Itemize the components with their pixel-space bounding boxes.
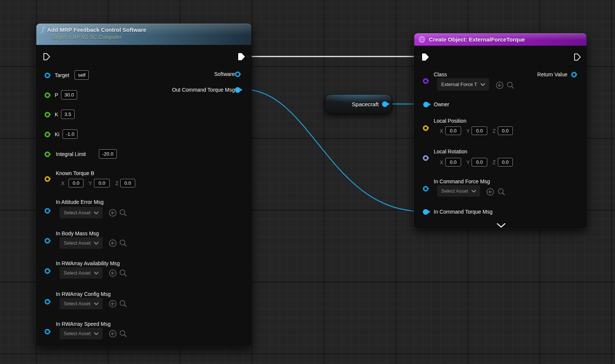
exec-out-pin[interactable]: [238, 53, 245, 61]
return-value-pin[interactable]: [571, 72, 577, 77]
class-pin[interactable]: [423, 78, 428, 84]
use-selected-asset-icon[interactable]: [486, 188, 494, 196]
axis-x-label: X: [440, 159, 443, 165]
local-position-pin-label: Local Position: [434, 118, 466, 124]
node-add-mrp-feedback-control-software[interactable]: ƒ Add MRP Feedback Control Software Targ…: [36, 23, 252, 346]
class-pin-label: Class: [434, 71, 447, 77]
browse-asset-icon[interactable]: [506, 81, 515, 89]
in-attitude-error-select-asset-dropdown[interactable]: Select Asset: [60, 207, 103, 218]
in-body-mass-select-asset-dropdown[interactable]: Select Asset: [60, 237, 103, 249]
in-attitude-error-msg-pin[interactable]: [45, 208, 50, 214]
spacecraft-output-pin[interactable]: [382, 101, 388, 107]
target-value-field[interactable]: self: [75, 70, 89, 80]
exec-out-pin[interactable]: [574, 53, 581, 61]
axis-y-label: Y: [466, 159, 470, 165]
browse-asset-icon[interactable]: [119, 300, 127, 308]
node-subtitle: Target is BP NS SC Computer: [51, 34, 246, 40]
node-header[interactable]: ƒ Add MRP Feedback Control Software Targ…: [36, 24, 251, 45]
local-rotation-z-field[interactable]: 0.0: [498, 158, 513, 166]
k-value-field[interactable]: 3.5: [61, 110, 75, 119]
local-position-y-field[interactable]: 0.0: [472, 126, 487, 135]
in-command-torque-msg-pin[interactable]: [423, 209, 428, 215]
use-selected-asset-icon[interactable]: [109, 209, 117, 217]
known-torque-x-field[interactable]: 0.0: [69, 179, 84, 187]
in-rwarray-availability-msg-pin-label: In RWArray Availability Msg: [56, 260, 120, 266]
out-command-torque-pin[interactable]: [235, 87, 240, 93]
select-asset-label: Select Asset: [64, 240, 91, 246]
node-create-object-external-force-torque[interactable]: Create Object: ExternalForceTorque Class…: [414, 33, 587, 228]
class-dropdown-value: External Force T: [441, 82, 477, 87]
ki-pin[interactable]: [45, 132, 50, 137]
node-header[interactable]: Create Object: ExternalForceTorque: [414, 33, 587, 46]
chevron-down-icon: [94, 302, 99, 305]
k-pin[interactable]: [45, 112, 50, 117]
local-position-pin[interactable]: [423, 125, 428, 131]
in-rwarray-availability-select-asset-dropdown[interactable]: Select Asset: [60, 267, 103, 279]
local-rotation-x-field[interactable]: 0.0: [445, 158, 461, 166]
known-torque-b-pin[interactable]: [45, 176, 50, 182]
node-title: Add MRP Feedback Control Software: [47, 27, 146, 33]
in-command-force-msg-pin[interactable]: [423, 186, 428, 192]
p-pin[interactable]: [45, 92, 50, 98]
local-rotation-pin[interactable]: [423, 155, 428, 161]
in-rwarray-config-select-asset-dropdown[interactable]: Select Asset: [60, 298, 103, 309]
p-value-field[interactable]: 30.0: [61, 90, 77, 100]
exec-in-pin[interactable]: [422, 53, 429, 61]
expand-node-chevron-icon[interactable]: [496, 223, 506, 228]
integral-limit-pin[interactable]: [45, 152, 50, 157]
chevron-down-icon: [94, 272, 99, 275]
target-pin-label: Target: [55, 72, 69, 78]
known-torque-y-field[interactable]: 0.0: [94, 179, 110, 187]
axis-z-label: Z: [493, 159, 496, 165]
software-pin[interactable]: [235, 71, 240, 77]
chevron-down-icon: [94, 332, 99, 335]
in-rwarray-speed-msg-pin[interactable]: [45, 329, 50, 334]
use-selected-asset-icon[interactable]: [109, 330, 117, 338]
in-rwarray-config-msg-pin-label: In RWArray Config Msg: [56, 291, 110, 297]
software-pin-label: Software: [214, 71, 235, 77]
browse-asset-icon[interactable]: [119, 330, 127, 338]
axis-y-label: Y: [466, 128, 470, 134]
in-body-mass-msg-pin[interactable]: [45, 238, 50, 244]
axis-y-label: Y: [88, 180, 92, 186]
in-rwarray-config-msg-pin[interactable]: [45, 299, 50, 305]
known-torque-z-field[interactable]: 0.0: [120, 179, 135, 187]
use-selected-asset-icon[interactable]: [109, 300, 117, 308]
function-icon: ƒ: [41, 26, 44, 33]
local-position-z-field[interactable]: 0.0: [498, 126, 513, 135]
k-pin-label: K: [55, 111, 58, 117]
integral-limit-pin-label: Integral Limit: [56, 151, 86, 157]
blueprint-canvas[interactable]: ƒ Add MRP Feedback Control Software Targ…: [0, 0, 615, 364]
chevron-down-icon: [94, 211, 99, 214]
use-selected-asset-icon[interactable]: [109, 239, 117, 247]
object-globe-icon: [418, 36, 425, 43]
exec-in-pin[interactable]: [43, 53, 50, 61]
browse-asset-icon[interactable]: [497, 188, 506, 196]
in-rwarray-speed-select-asset-dropdown[interactable]: Select Asset: [60, 328, 103, 339]
use-selected-asset-icon[interactable]: [496, 81, 504, 89]
chevron-down-icon: [481, 83, 485, 86]
ki-value-field[interactable]: -1.0: [63, 129, 78, 139]
browse-asset-icon[interactable]: [119, 269, 127, 277]
axis-z-label: Z: [493, 128, 496, 134]
in-command-force-select-asset-dropdown[interactable]: Select Asset: [437, 185, 480, 197]
target-pin[interactable]: [45, 73, 50, 78]
browse-asset-icon[interactable]: [119, 239, 127, 247]
select-asset-label: Select Asset: [64, 270, 91, 276]
in-attitude-error-msg-pin-label: In Attitude Error Msg: [56, 199, 104, 205]
browse-asset-icon[interactable]: [119, 209, 127, 217]
ki-pin-label: Ki: [55, 131, 59, 137]
chevron-down-icon: [94, 242, 99, 245]
owner-pin[interactable]: [423, 102, 429, 107]
local-position-x-field[interactable]: 0.0: [445, 126, 461, 135]
use-selected-asset-icon[interactable]: [109, 269, 117, 277]
axis-x-label: X: [61, 180, 64, 186]
known-torque-b-pin-label: Known Torque B: [56, 170, 94, 176]
class-dropdown[interactable]: External Force T: [437, 78, 489, 91]
integral-limit-value-field[interactable]: -20.0: [99, 149, 117, 159]
node-spacecraft-variable[interactable]: Spacecraft: [325, 94, 392, 114]
local-rotation-y-field[interactable]: 0.0: [472, 158, 487, 166]
in-rwarray-availability-msg-pin[interactable]: [45, 268, 50, 274]
p-pin-label: P: [55, 92, 58, 98]
select-asset-label: Select Asset: [441, 188, 468, 194]
